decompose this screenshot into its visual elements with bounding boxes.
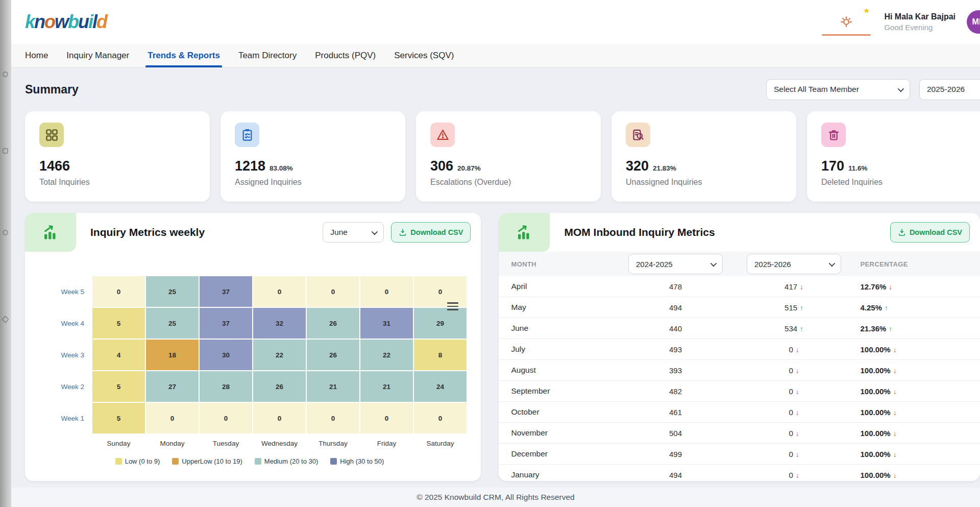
stat-value: 1466 xyxy=(39,158,70,174)
heatmap-cell[interactable]: 29 xyxy=(414,308,467,339)
year2-select[interactable]: 2025-2026 xyxy=(747,254,841,274)
chevron-down-icon xyxy=(710,260,717,267)
heatmap-cell[interactable]: 25 xyxy=(146,276,199,307)
avatar[interactable]: MB xyxy=(967,10,980,34)
stat-card-unassigned-inquiries[interactable]: 320 21.83% Unassigned Inquiries xyxy=(611,111,796,202)
mom-table-row[interactable]: July4930↓100.00%↓ xyxy=(499,339,980,360)
heatmap-cell[interactable]: 0 xyxy=(414,276,467,307)
mom-year1-value: 504 xyxy=(627,429,723,438)
heatmap-cell[interactable]: 5 xyxy=(92,308,145,339)
weekly-panel-title: Inquiry Metrics weekly xyxy=(90,226,205,238)
heatmap-cell[interactable]: 5 xyxy=(92,403,145,433)
heatmap-cell[interactable]: 28 xyxy=(200,371,252,402)
stat-cards-row: 1466 Total Inquiries xyxy=(25,111,980,202)
mom-panel-title: MOM Inbound Inquiry Metrics xyxy=(564,226,715,238)
mom-table-row[interactable]: December4990↓100.00%↓ xyxy=(499,444,980,465)
stat-value: 320 xyxy=(626,158,649,174)
stat-card-deleted-inquiries[interactable]: 170 11.6% Deleted Inquiries xyxy=(807,111,980,202)
heatmap-cell[interactable]: 0 xyxy=(200,403,252,433)
heatmap-cell[interactable]: 0 xyxy=(360,403,413,433)
edge-icon-fragment xyxy=(3,71,8,77)
mom-table-row[interactable]: April478417↓12.76%↓ xyxy=(499,276,980,297)
arrow-down-icon: ↓ xyxy=(893,367,897,375)
heatmap-cell[interactable]: 32 xyxy=(253,308,306,339)
mom-year1-value: 461 xyxy=(627,408,723,417)
heatmap-cell[interactable]: 21 xyxy=(360,371,413,402)
mom-table-row[interactable]: August3930↓100.00%↓ xyxy=(499,360,980,381)
heatmap-cell[interactable]: 18 xyxy=(146,340,199,370)
mom-percentage-value: 21.36%↑ xyxy=(860,324,980,333)
heatmap-cell[interactable]: 30 xyxy=(200,340,252,370)
nav-item-trends-reports[interactable]: Trends & Reports xyxy=(148,44,220,67)
heatmap-cell[interactable]: 0 xyxy=(414,403,467,433)
mom-month: June xyxy=(511,324,627,333)
download-csv-button[interactable]: Download CSV xyxy=(391,222,471,243)
heatmap-cell[interactable]: 22 xyxy=(360,340,413,370)
heatmap-cell[interactable]: 0 xyxy=(253,276,306,307)
legend-label: UpperLow (10 to 19) xyxy=(182,457,242,465)
heatmap-cell[interactable]: 0 xyxy=(360,276,413,307)
mom-table-row[interactable]: November5040↓100.00%↓ xyxy=(499,423,980,444)
mom-year1-value: 393 xyxy=(627,366,723,375)
heatmap-cell[interactable]: 31 xyxy=(360,308,413,339)
heatmap-row-label: Week 4 xyxy=(36,308,91,339)
month-column-header: MONTH xyxy=(511,260,627,268)
heatmap-cell[interactable]: 25 xyxy=(146,308,199,339)
mom-percentage-value: 100.00%↓ xyxy=(860,471,980,479)
stat-label: Unassigned Inquiries xyxy=(626,178,782,187)
year1-select[interactable]: 2024-2025 xyxy=(628,254,723,274)
heatmap-cell[interactable]: 4 xyxy=(92,340,145,370)
nav-item-inquiry-manager[interactable]: Inquiry Manager xyxy=(66,44,129,67)
nav-item-products-pqv[interactable]: Products (PQV) xyxy=(315,44,376,67)
heatmap-cell[interactable]: 26 xyxy=(307,340,359,370)
weekly-panel-actions: June Download CSV xyxy=(323,222,471,243)
fiscal-year-select[interactable]: 2025-2026 xyxy=(919,79,980,100)
stat-card-total-inquiries[interactable]: 1466 Total Inquiries xyxy=(25,111,210,202)
heatmap-cell[interactable]: 5 xyxy=(92,371,145,402)
month-select[interactable]: June xyxy=(323,222,384,243)
mom-table-row[interactable]: June440534↑21.36%↑ xyxy=(499,318,980,339)
mom-table-row[interactable]: October4610↓100.00%↓ xyxy=(499,402,980,423)
heatmap-cell[interactable]: 26 xyxy=(253,371,306,402)
nav-item-home[interactable]: Home xyxy=(25,44,48,67)
mom-table-row[interactable]: January4940↓100.00%↓ xyxy=(499,465,980,481)
chart-menu-icon[interactable] xyxy=(447,300,458,312)
heatmap-cell[interactable]: 37 xyxy=(200,308,252,339)
nav-item-team-directory[interactable]: Team Directory xyxy=(238,44,297,67)
heatmap-cell[interactable]: 0 xyxy=(307,403,359,433)
heatmap-day-labels: SundayMondayTuesdayWednesdayThursdayFrid… xyxy=(36,440,481,447)
legend-label: Medium (20 to 30) xyxy=(264,457,318,465)
mom-table-row[interactable]: September4820↓100.00%↓ xyxy=(499,381,980,402)
heatmap-cell[interactable]: 37 xyxy=(200,276,252,307)
stat-card-assigned-inquiries[interactable]: 1218 83.08% Assigned Inquiries xyxy=(220,111,405,202)
heatmap-cell[interactable]: 0 xyxy=(92,276,145,307)
heatmap-cell[interactable]: 0 xyxy=(307,276,359,307)
heatmap-cell[interactable]: 0 xyxy=(146,403,199,433)
mom-year1-value: 440 xyxy=(627,324,723,333)
mom-table-row[interactable]: May494515↑4.25%↑ xyxy=(499,297,980,318)
heatmap-cell[interactable]: 24 xyxy=(414,371,467,402)
stat-value: 170 xyxy=(821,158,844,174)
mom-year1-value: 494 xyxy=(627,471,723,479)
page-title: Summary xyxy=(25,83,79,96)
heatmap-cell[interactable]: 8 xyxy=(414,340,467,370)
arrow-up-icon: ↑ xyxy=(885,304,888,312)
heatmap-day-label: Sunday xyxy=(92,440,145,447)
mom-inbound-metrics-panel: MOM Inbound Inquiry Metrics Download CSV xyxy=(499,213,980,481)
stat-card-escalations[interactable]: 306 20.87% Escalations (Overdue) xyxy=(416,111,601,202)
heatmap-cell[interactable]: 0 xyxy=(253,403,306,433)
stat-value: 1218 xyxy=(235,158,265,174)
legend-item: Low (0 to 9) xyxy=(115,457,160,465)
grid-icon xyxy=(39,123,64,147)
heatmap-cell[interactable]: 27 xyxy=(146,371,199,402)
download-csv-button[interactable]: Download CSV xyxy=(890,222,970,243)
mom-year2-value: 417↓ xyxy=(746,282,842,291)
logo-letter: o xyxy=(44,11,55,32)
nav-item-services-sqv[interactable]: Services (SQV) xyxy=(394,44,454,67)
team-member-select[interactable]: Select All Team Member xyxy=(766,79,910,100)
knowbuild-logo[interactable]: knowbuild xyxy=(25,11,107,33)
mom-table-body: April478417↓12.76%↓May494515↑4.25%↑June4… xyxy=(499,276,980,481)
heatmap-cell[interactable]: 21 xyxy=(307,371,359,402)
heatmap-cell[interactable]: 22 xyxy=(253,340,306,370)
heatmap-cell[interactable]: 26 xyxy=(307,308,359,339)
